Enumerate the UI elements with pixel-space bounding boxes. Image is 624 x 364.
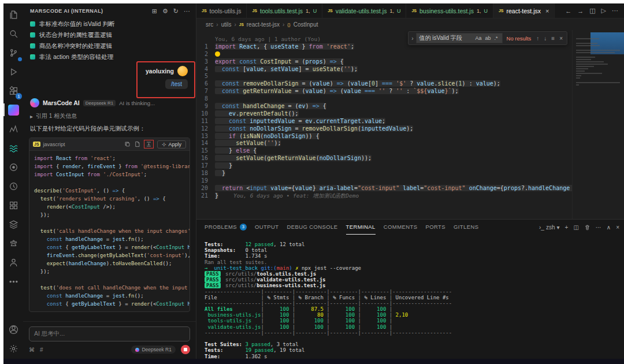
panel-tab-debug-console[interactable]: DEBUG CONSOLE — [287, 220, 337, 235]
explorer-icon[interactable] — [5, 6, 22, 23]
line-number: 11 — [196, 118, 215, 125]
history-refresh-icon[interactable]: ↻ — [173, 8, 179, 15]
source-control-icon[interactable] — [5, 44, 22, 61]
panel-tab-problems[interactable]: PROBLEMS3 — [205, 220, 247, 235]
more-icon[interactable] — [5, 273, 22, 290]
code-line: const handleChange = jest.fn(); — [34, 235, 185, 243]
split-terminal-icon[interactable]: ◫ — [573, 224, 578, 231]
toggle-replace-icon[interactable]: › — [411, 35, 413, 42]
tab-tools.utils.test.js[interactable]: JStools.utils.test.js1, U — [247, 3, 322, 18]
more-actions-icon[interactable]: ⋯ — [612, 7, 618, 14]
next-match-icon[interactable]: ↓ — [543, 35, 548, 42]
match-case-icon[interactable]: Aa — [474, 35, 483, 41]
editor-tab-bar: JStools-utils.jsJStools.utils.test.js1, … — [196, 3, 624, 18]
stop-generating-button[interactable] — [181, 345, 190, 354]
grid-icon[interactable] — [5, 196, 22, 214]
run-debug-icon[interactable] — [5, 63, 22, 80]
regex-icon[interactable]: .* — [493, 35, 499, 41]
code-line: const { getByLabelText } = render(<CostI… — [34, 243, 185, 251]
terminal-line: ------------------|---------|----------|… — [205, 289, 624, 295]
run-file-icon[interactable]: ▷ — [601, 7, 606, 14]
code-line: 4 const [value, setValue] = useState('')… — [196, 66, 624, 73]
sidebar-item-topic[interactable]: 商品名称冲突时的处理逻辑 — [23, 40, 196, 51]
whole-word-icon[interactable]: ab — [484, 35, 492, 41]
new-terminal-icon[interactable]: + — [565, 224, 569, 231]
chevron-right-icon: ▸ — [30, 113, 33, 120]
chat-input[interactable]: AI 思考中... — [29, 326, 190, 341]
topic-icon — [30, 43, 35, 49]
hash-icon[interactable]: # — [40, 347, 43, 353]
terminal-line: PASS src/utils/business-utils.test.js — [205, 283, 624, 288]
code-line: 12 const noDollarSign = removeDollarSign… — [196, 125, 624, 133]
reference-row[interactable]: ▸ 引用 1 相关信息 — [23, 107, 196, 120]
chat-input-area: AI 思考中... ⌘ # Deepseek R1 — [23, 321, 196, 354]
nav-forward-icon[interactable]: → — [577, 8, 584, 14]
panel-tab-ports[interactable]: PORTS — [425, 220, 445, 235]
sidebar-item-topic[interactable]: 非法 action 类型的容错处理 — [23, 51, 196, 62]
prev-match-icon[interactable]: ↑ — [535, 35, 540, 42]
tab-validate-utils.test.js[interactable]: JSvalidate-utils.test.js1, U — [322, 3, 406, 18]
close-icon[interactable]: × — [558, 35, 564, 42]
sidebar-item-topic[interactable]: 非标准布尔值的 isValid 判断 — [23, 18, 196, 29]
paw-icon[interactable] — [5, 235, 22, 252]
code-editor[interactable]: You, 6 days ago | 1 author (You)1import … — [196, 30, 624, 219]
panel-tab-comments[interactable]: COMMENTS — [384, 220, 418, 235]
marscode-icon[interactable] — [5, 101, 22, 118]
more-icon[interactable]: ⋯ — [184, 8, 190, 15]
copy-icon[interactable] — [124, 141, 131, 147]
maximize-panel-icon[interactable]: ∧ — [607, 224, 611, 231]
breadcrumb-item[interactable]: react-test-jsx — [247, 21, 280, 28]
breadcrumb-item[interactable]: CostInput — [294, 21, 318, 28]
sidebar-title: MARSCODE AI (INTERNAL) — [30, 8, 103, 14]
new-chat-icon[interactable]: ⊞ — [152, 8, 157, 15]
terminal-output[interactable]: Tests: 12 passed, 12 totalSnapshots: 0 t… — [196, 235, 624, 359]
layers-icon[interactable] — [5, 216, 22, 233]
person-icon[interactable] — [5, 254, 22, 271]
history-icon[interactable] — [5, 177, 22, 195]
breadcrumb-item[interactable]: utils — [221, 21, 232, 28]
code-line: 16 setValue(getReturnValue(noDollarSign)… — [196, 155, 624, 162]
close-icon[interactable]: × — [545, 8, 549, 14]
main-row: 1 MARSCODE AI (INTERNAL) ⊞ ⚙ ↻ ⋯ 非标准布尔值的… — [3, 3, 624, 359]
sparkle-icon: ⊹ — [162, 142, 166, 147]
minimap[interactable] — [572, 30, 624, 219]
chart-icon[interactable] — [5, 120, 22, 138]
panel-tab-gitlens[interactable]: GITLENS — [454, 220, 478, 235]
account-icon[interactable] — [5, 321, 22, 338]
target-icon[interactable] — [5, 158, 22, 176]
code-line: import { render, fireEvent } from '@test… — [34, 162, 185, 170]
breadcrumb-item[interactable]: src — [206, 21, 213, 28]
new-file-icon[interactable] — [134, 141, 140, 147]
tab-tools-utils.js[interactable]: JStools-utils.js — [196, 3, 247, 18]
js-file-icon: JS — [328, 9, 333, 13]
kill-terminal-icon[interactable] — [584, 224, 590, 231]
insert-to-file-icon[interactable] — [146, 141, 152, 147]
panel-tab-label: GITLENS — [454, 224, 478, 230]
js-file-icon: JS — [252, 9, 257, 13]
nav-back-icon[interactable]: ← — [565, 8, 571, 14]
code-block-header: JS javascript ⊹Apply — [29, 138, 190, 151]
split-editor-icon[interactable]: ◫ — [589, 7, 595, 14]
gear-icon[interactable]: ⚙ — [162, 8, 168, 15]
panel-tabs: PROBLEMS3OUTPUTDEBUG CONSOLETERMINALCOMM… — [205, 220, 478, 235]
sidebar-item-topic[interactable]: 状态合并时的属性覆盖逻辑 — [23, 29, 196, 40]
find-input[interactable]: 值的 isValid 字段 Aaab.* — [416, 33, 503, 43]
apply-button[interactable]: ⊹Apply — [157, 140, 186, 148]
command-icon[interactable]: ⌘ — [29, 347, 35, 353]
more-actions-icon[interactable]: ⋯ — [596, 224, 601, 231]
tab-business-utils.test.js[interactable]: JSbusiness-utils.test.js1, U — [406, 3, 493, 18]
settings-gear-icon[interactable] — [5, 340, 22, 357]
tab-react-test.jsx[interactable]: JSreact-test.jsx× — [493, 3, 555, 18]
extensions-icon[interactable]: 1 — [5, 82, 22, 99]
close-panel-icon[interactable]: × — [616, 224, 619, 231]
code-line: const { getByLabelText } = render(<CostI… — [34, 300, 185, 308]
lightbulb-icon[interactable] — [215, 51, 220, 57]
chat-command-bubble[interactable]: /test — [165, 79, 188, 89]
panel-tab-terminal[interactable]: TERMINAL — [346, 220, 376, 235]
panel-tab-output[interactable]: OUTPUT — [255, 220, 278, 235]
find-in-selection-icon[interactable]: ≡ — [550, 35, 556, 42]
model-selector[interactable]: Deepseek R1 — [131, 346, 176, 354]
shell-selector[interactable]: ›_zsh▾ — [539, 224, 560, 231]
waves-icon[interactable] — [5, 139, 22, 157]
search-icon[interactable] — [5, 25, 22, 42]
